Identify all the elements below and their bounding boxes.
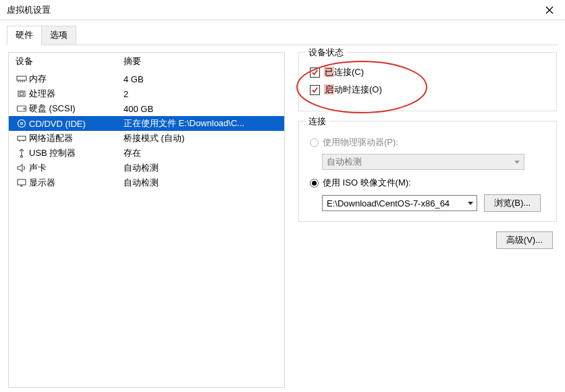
device-name: 内存 [29, 73, 124, 85]
device-name: CD/DVD (IDE) [29, 119, 124, 129]
device-summary: 自动检测 [124, 162, 284, 174]
svg-rect-11 [18, 136, 26, 140]
content-area: 设备 摘要 内存 4 GB 处理器 2 硬盘 (SCSI) 400 GB CD/… [0, 45, 565, 392]
svg-marker-16 [18, 165, 22, 171]
device-summary: 正在使用文件 E:\Download\C... [124, 117, 284, 130]
connect-at-poweron-checkbox[interactable] [310, 85, 320, 95]
device-name: 硬盘 (SCSI) [29, 103, 124, 115]
device-name: 网络适配器 [29, 132, 124, 144]
use-iso-radio-row[interactable]: 使用 ISO 映像文件(M): [310, 177, 547, 189]
network-icon [16, 134, 27, 143]
device-row-network[interactable]: 网络适配器 桥接模式 (自动) [9, 131, 284, 146]
titlebar: 虚拟机设置 [0, 0, 565, 20]
close-button[interactable] [534, 0, 565, 20]
device-row-usb[interactable]: USB 控制器 存在 [9, 146, 284, 161]
disc-icon [16, 119, 27, 128]
use-iso-label: 使用 ISO 映像文件(M): [323, 177, 411, 189]
check-icon [311, 86, 319, 94]
window-title: 虚拟机设置 [0, 4, 51, 16]
device-name: 显示器 [29, 177, 124, 189]
memory-icon [16, 74, 27, 84]
svg-point-9 [18, 120, 26, 128]
device-settings-panel: 设备状态 已连接(C) 启动时连接(O) 连接 使用物理驱动器(P): [285, 52, 557, 388]
device-row-cddvd[interactable]: CD/DVD (IDE) 正在使用文件 E:\Download\C... [9, 116, 284, 131]
tabs-bar: 硬件 选项 [0, 20, 565, 45]
hdd-icon [16, 104, 27, 113]
cpu-icon [16, 89, 27, 99]
physical-drive-combo: 自动检测 [322, 154, 524, 170]
chevron-down-icon [468, 202, 473, 205]
connection-legend: 连接 [306, 115, 329, 128]
tab-hardware[interactable]: 硬件 [7, 26, 42, 45]
connected-checkbox[interactable] [310, 67, 320, 78]
device-summary: 4 GB [124, 74, 284, 84]
connected-checkbox-row[interactable]: 已连接(C) [310, 66, 547, 78]
device-row-processor[interactable]: 处理器 2 [9, 86, 284, 101]
iso-path-value: E:\Download\CentOS-7-x86_64 [327, 198, 450, 208]
connection-group: 连接 使用物理驱动器(P): 自动检测 使用 ISO 映像文件(M): E:\D… [298, 121, 557, 222]
svg-point-8 [24, 108, 25, 109]
connected-label: 已连接(C) [324, 66, 364, 78]
device-row-memory[interactable]: 内存 4 GB [9, 72, 284, 86]
svg-rect-0 [17, 76, 26, 80]
connect-at-poweron-label: 启动时连接(O) [324, 84, 382, 96]
iso-path-combo[interactable]: E:\Download\CentOS-7-x86_64 [322, 195, 477, 211]
browse-button-label: 浏览(B)... [494, 197, 531, 209]
device-list-panel: 设备 摘要 内存 4 GB 处理器 2 硬盘 (SCSI) 400 GB CD/… [8, 52, 285, 388]
device-row-display[interactable]: 显示器 自动检测 [9, 175, 284, 190]
use-iso-radio[interactable] [310, 179, 319, 188]
svg-rect-5 [18, 91, 25, 96]
usb-icon [16, 148, 27, 158]
device-status-legend: 设备状态 [306, 47, 346, 59]
header-device: 设备 [9, 55, 124, 67]
advanced-button-label: 高级(V)... [506, 234, 543, 246]
use-physical-drive-radio[interactable] [310, 138, 319, 147]
physical-drive-value: 自动检测 [327, 156, 362, 168]
svg-point-10 [21, 123, 23, 125]
device-summary: 400 GB [124, 104, 284, 114]
device-list-header: 设备 摘要 [9, 53, 284, 72]
device-row-harddisk[interactable]: 硬盘 (SCSI) 400 GB [9, 101, 284, 116]
sound-icon [16, 163, 27, 173]
svg-rect-17 [18, 179, 26, 185]
device-summary: 自动检测 [124, 177, 284, 189]
header-summary: 摘要 [124, 55, 284, 67]
advanced-button[interactable]: 高级(V)... [496, 231, 553, 249]
device-name: USB 控制器 [29, 147, 124, 159]
device-status-group: 设备状态 已连接(C) 启动时连接(O) [298, 52, 557, 111]
device-summary: 存在 [124, 147, 284, 159]
device-summary: 桥接模式 (自动) [124, 132, 284, 144]
device-row-sound[interactable]: 声卡 自动检测 [9, 161, 284, 175]
chevron-down-icon [514, 161, 520, 164]
use-physical-drive-label: 使用物理驱动器(P): [323, 136, 398, 148]
connect-at-poweron-checkbox-row[interactable]: 启动时连接(O) [310, 84, 547, 96]
use-physical-drive-radio-row[interactable]: 使用物理驱动器(P): [310, 136, 547, 148]
browse-button[interactable]: 浏览(B)... [484, 194, 541, 212]
device-name: 处理器 [29, 88, 124, 100]
device-summary: 2 [124, 89, 284, 99]
check-icon [311, 69, 319, 76]
tab-options[interactable]: 选项 [41, 26, 76, 45]
close-icon [545, 6, 554, 14]
svg-rect-6 [20, 92, 24, 95]
device-name: 声卡 [29, 162, 124, 174]
display-icon [16, 178, 27, 188]
